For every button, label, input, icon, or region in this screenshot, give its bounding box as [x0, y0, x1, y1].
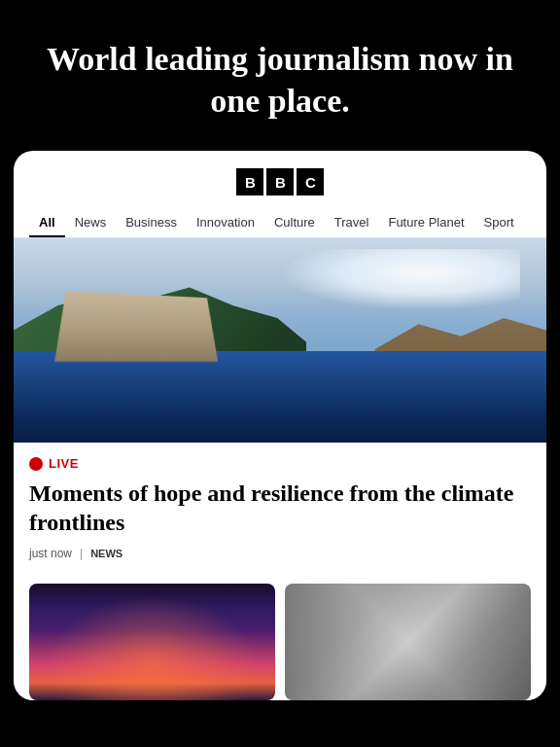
- nav-item-culture[interactable]: Culture: [264, 207, 325, 237]
- news-content: LIVE Moments of hope and resilience from…: [14, 443, 546, 584]
- dam-structure: [54, 291, 218, 361]
- meta-separator: |: [80, 547, 83, 560]
- nav-item-future-planet[interactable]: Future Planet: [378, 207, 473, 237]
- thumbnail-bw-hands[interactable]: [285, 584, 531, 700]
- hero-image: [14, 238, 546, 443]
- water-layer: [14, 351, 546, 444]
- article-timestamp: just now: [29, 547, 72, 560]
- thumbnail-night-sky[interactable]: [29, 584, 275, 700]
- live-label: LIVE: [49, 456, 79, 471]
- app-card: B B C All News Business Innovation Cultu…: [14, 151, 546, 700]
- nav-item-news[interactable]: News: [65, 207, 117, 237]
- nav-item-sport[interactable]: Sport: [474, 207, 524, 237]
- bbc-letter-b2: B: [266, 168, 294, 196]
- nav-item-all[interactable]: All: [29, 207, 65, 237]
- hero-image-canvas: [14, 238, 546, 443]
- article-category: NEWS: [90, 548, 122, 559]
- nav-bar: All News Business Innovation Culture Tra…: [14, 207, 546, 238]
- nav-item-innovation[interactable]: Innovation: [187, 207, 264, 237]
- hero-title: World leading journalism now in one plac…: [39, 39, 521, 122]
- bbc-logo: B B C: [236, 168, 324, 196]
- bbc-logo-row: B B C: [14, 151, 546, 207]
- thumbnail-row: [14, 584, 546, 700]
- nav-item-business[interactable]: Business: [116, 207, 187, 237]
- bbc-letter-b1: B: [236, 168, 263, 196]
- bbc-letter-c: C: [297, 168, 324, 196]
- cloud-overlay: [280, 249, 520, 310]
- live-badge: LIVE: [29, 456, 531, 471]
- nav-item-travel[interactable]: Travel: [325, 207, 379, 237]
- article-title[interactable]: Moments of hope and resilience from the …: [29, 479, 531, 537]
- hero-section: World leading journalism now in one plac…: [0, 0, 560, 151]
- live-dot-icon: [29, 457, 43, 471]
- article-meta: just now | NEWS: [29, 547, 531, 560]
